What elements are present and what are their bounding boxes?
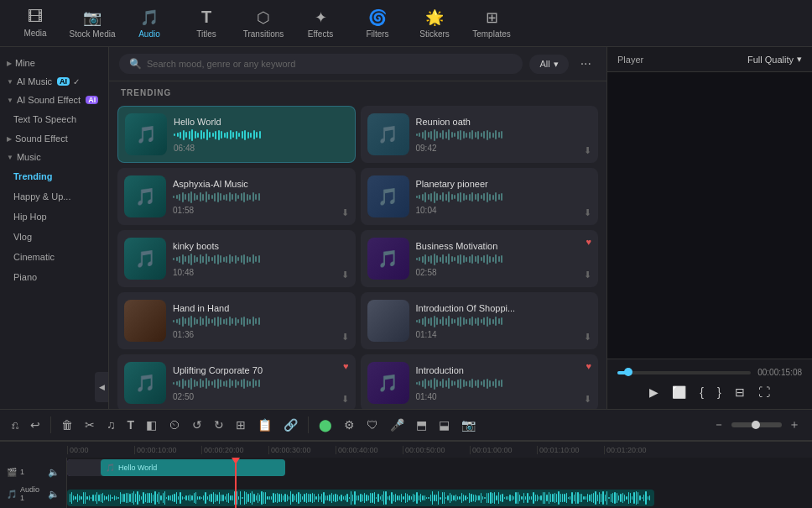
sidebar-group-music[interactable]: ▼ Music xyxy=(0,148,108,166)
mic-button[interactable]: 🎤 xyxy=(385,415,409,435)
ai-sound-arrow-icon: ▼ xyxy=(7,97,13,104)
download-icon: ⬇ xyxy=(341,207,349,218)
track-card-uplifting-corporate[interactable]: 🎵 Uplifting Corporate 70 02:50 ♥ ⬇ xyxy=(117,354,356,409)
sidebar-item-cinematic[interactable]: Cinematic xyxy=(0,247,108,267)
filter-dropdown[interactable]: All ▾ xyxy=(529,55,568,74)
rotate-ccw-button[interactable]: ↺ xyxy=(187,415,207,435)
track-thumb-planetary: 🎵 xyxy=(367,175,409,217)
green-indicator[interactable]: ⬤ xyxy=(314,415,337,435)
audio-track-mute[interactable]: 🔈 xyxy=(48,489,60,500)
toolbar-transitions[interactable]: ⬡ Transitions xyxy=(237,3,290,44)
stop-button[interactable]: ⬜ xyxy=(670,384,688,401)
video-track-label-row: 🎬 1 🔈 xyxy=(3,461,63,483)
track-card-introduction[interactable]: 🎵 Introduction 01:40 ♥ ⬇ xyxy=(361,354,599,409)
delete-button[interactable]: 🗑 xyxy=(56,415,78,435)
timer-button[interactable]: ⏲ xyxy=(164,415,185,435)
track-info-business-motivation: Business Motivation 02:58 xyxy=(416,241,592,277)
sidebar-group-ai-sound-effect[interactable]: ▼ AI Sound Effect AI xyxy=(0,91,108,109)
music-arrow-icon: ▼ xyxy=(7,154,13,161)
audio-waveform-track xyxy=(67,490,654,506)
undo-button[interactable]: ⎌ xyxy=(7,415,23,435)
toolbar-audio[interactable]: 🎵 Audio xyxy=(122,3,176,44)
split-button[interactable]: ⊟ xyxy=(733,384,747,401)
toolbar-stickers[interactable]: 🌟 Stickers xyxy=(408,3,461,44)
bracket-right-button[interactable]: } xyxy=(716,384,723,401)
extract-button[interactable]: ⬒ xyxy=(411,415,432,435)
bracket-left-button[interactable]: { xyxy=(698,384,705,401)
link-button[interactable]: 🔗 xyxy=(278,415,303,435)
shield-button[interactable]: 🛡 xyxy=(362,415,383,435)
track-info-introduction: Introduction 01:40 xyxy=(416,365,592,401)
sidebar-group-mine[interactable]: ▶ Mine xyxy=(0,54,108,72)
quality-select[interactable]: Full Quality ▾ xyxy=(747,54,802,65)
toolbar-stock-media[interactable]: 📷 Stock Media xyxy=(65,3,119,44)
import-button[interactable]: ⬓ xyxy=(434,415,455,435)
sidebar-item-text-to-speech[interactable]: Text To Speech xyxy=(0,109,108,129)
hello-world-clip[interactable]: 🎵 Hello World xyxy=(101,459,285,476)
zoom-in-button[interactable]: ＋ xyxy=(783,414,805,436)
time-display: 00:00:15:08 xyxy=(757,368,802,377)
sidebar-item-piano[interactable]: Piano xyxy=(0,267,108,287)
track-waveform xyxy=(416,191,592,204)
zoom-slider-handle[interactable] xyxy=(752,421,760,429)
zoom-slider[interactable] xyxy=(731,422,782,427)
preview-area xyxy=(607,72,812,359)
track-card-hello-world[interactable]: 🎵 Hello World 06:48 xyxy=(117,106,356,163)
ruler-mark: 00:00:30:00 xyxy=(268,446,336,454)
track-waveform xyxy=(416,377,592,390)
sidebar-item-trending[interactable]: Trending xyxy=(0,166,108,186)
toolbar-effects[interactable]: ✦ Effects xyxy=(294,3,347,44)
toolbar-titles[interactable]: T Titles xyxy=(180,3,233,44)
track-card-kinky-boots[interactable]: 🎵 kinky boots 10:48 ⬇ xyxy=(117,230,356,287)
toolbar-templates[interactable]: ⊞ Templates xyxy=(465,3,518,44)
sidebar-collapse-button[interactable]: ◀ xyxy=(95,372,108,402)
more-options-button[interactable]: ··· xyxy=(575,55,596,73)
track-waveform xyxy=(173,315,349,328)
play-button[interactable]: ▶ xyxy=(648,384,660,401)
track-card-planetary[interactable]: 🎵 Planetary pioneer 10:04 ⬇ xyxy=(361,168,599,225)
track-info-uplifting: Uplifting Corporate 70 02:50 xyxy=(173,365,349,401)
track-card-reunion-oath[interactable]: 🎵 Reunion oath 09:42 ⬇ xyxy=(361,106,599,163)
add-audio-button[interactable]: ♫ xyxy=(102,415,121,435)
audio-track-icon: 🎵 xyxy=(7,490,17,499)
track-info-reunion: Reunion oath 09:42 xyxy=(416,117,592,153)
toolbar-media[interactable]: 🎞 Media xyxy=(8,3,62,44)
video-track-mute[interactable]: 🔈 xyxy=(48,467,60,478)
crop-button[interactable]: ◧ xyxy=(141,415,162,435)
track-card-business-motivation[interactable]: 🎵 Business Motivation 02:58 ♥ ⬇ xyxy=(361,230,599,287)
track-info-hand-in-hand: Hand in Hand 01:36 xyxy=(173,303,349,339)
track-card-asphyxia[interactable]: 🎵 Asphyxia-Al Music 01:58 ⬇ xyxy=(117,168,356,225)
player-label: Player xyxy=(617,55,643,65)
toolbar-filters[interactable]: 🌀 Filters xyxy=(351,3,404,44)
redo-button[interactable]: ↩ xyxy=(25,415,45,435)
cut-button[interactable]: ✂ xyxy=(80,415,100,435)
mine-arrow-icon: ▶ xyxy=(7,60,12,67)
trending-label: TRENDING xyxy=(109,81,606,101)
text-button[interactable]: T xyxy=(122,415,140,435)
audio-track-label-row: 🎵 Audio 1 🔈 xyxy=(3,483,63,505)
sidebar-item-vlog[interactable]: Vlog xyxy=(0,227,108,247)
timeline-ruler: 00:00 00:00:10:00 00:00:20:00 00:00:30:0… xyxy=(0,441,812,458)
snapshot-button[interactable]: 📷 xyxy=(456,415,481,435)
sidebar-group-sound-effect[interactable]: ▶ Sound Effect xyxy=(0,129,108,148)
titles-icon: T xyxy=(201,8,211,27)
track-card-intro-shopping[interactable]: Introduction Of Shoppi... 01:14 ⬇ xyxy=(361,292,599,349)
ruler-marks: 00:00 00:00:10:00 00:00:20:00 00:00:30:0… xyxy=(67,446,745,454)
zoom-out-button[interactable]: － xyxy=(708,414,730,436)
settings-wheel-button[interactable]: ⚙ xyxy=(339,415,360,435)
progress-bar[interactable] xyxy=(617,371,751,374)
fullscreen-button[interactable]: ⛶ xyxy=(757,384,772,401)
sidebar-item-hip-hop[interactable]: Hip Hop xyxy=(0,207,108,227)
copy-button[interactable]: 📋 xyxy=(252,415,277,435)
track-waveform xyxy=(416,315,592,328)
sidebar-item-happy-up[interactable]: Happy & Up... xyxy=(0,186,108,207)
track-info-hello-world: Hello World 06:48 xyxy=(174,117,348,153)
track-card-hand-in-hand[interactable]: Hand in Hand 01:36 ⬇ xyxy=(117,292,356,349)
sidebar-group-ai-music[interactable]: ▼ AI Music AI ✓ xyxy=(0,72,108,91)
track-info-kinky-boots: kinky boots 10:48 xyxy=(173,241,349,277)
playhead[interactable] xyxy=(235,458,237,508)
search-input[interactable] xyxy=(147,59,513,69)
layout-button[interactable]: ⊞ xyxy=(231,415,251,435)
rotate-cw-button[interactable]: ↻ xyxy=(209,415,229,435)
search-input-wrap[interactable]: 🔍 xyxy=(119,54,523,74)
